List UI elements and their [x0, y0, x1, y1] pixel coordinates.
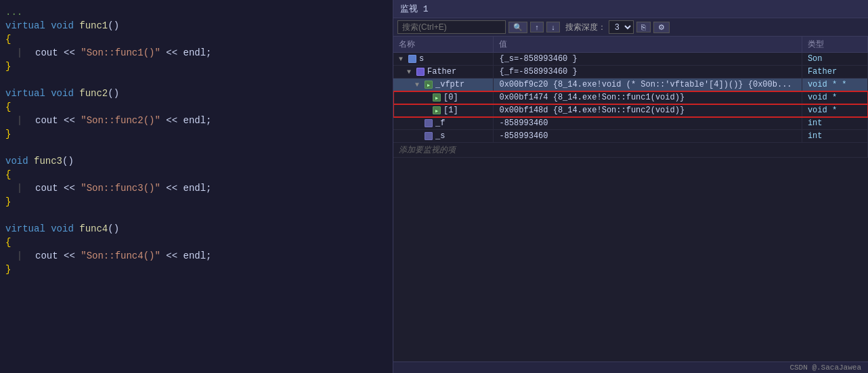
code-line: | cout << "Son::func1()" << endl;: [0, 46, 393, 60]
row-type: void * *: [802, 79, 867, 91]
cube-icon: [408, 55, 416, 63]
code-line: [0, 209, 393, 222]
watch-toolbar: 🔍 ↑ ↓ 搜索深度： 3 1 2 4 5 ⎘ ⚙: [393, 18, 868, 37]
row-name: Father: [427, 67, 456, 76]
code-editor: ... virtual void func1() { | cout << "So…: [0, 0, 393, 373]
expand-icon[interactable]: ▼: [407, 68, 414, 76]
code-line: }: [0, 127, 393, 141]
row-value: {_s=-858993460 }: [494, 53, 802, 66]
table-row[interactable]: _s -858993460 int: [393, 130, 868, 143]
row-name: [0]: [443, 93, 458, 102]
row-type: Son: [802, 53, 867, 66]
row-type: int: [802, 130, 867, 143]
code-line: virtual void func1(): [0, 19, 393, 32]
code-line: }: [0, 195, 393, 209]
footer-bar: CSDN @.SacaJawea: [393, 361, 868, 373]
watch-search-input[interactable]: [397, 20, 506, 34]
cube-icon: [425, 132, 433, 140]
row-value: 0x00bf1474 {8_14.exe!Son::func1(void)}: [494, 91, 802, 104]
table-header: 名称 值 类型: [393, 37, 868, 53]
row-type: void *: [802, 104, 867, 117]
cube-icon: [425, 119, 433, 127]
code-line: {: [0, 168, 393, 181]
arrow-up-button[interactable]: ↑: [530, 22, 544, 32]
row-name: _f: [435, 118, 445, 128]
row-value: {_f=-858993460 }: [494, 66, 802, 79]
footer-text: CSDN @.SacaJawea: [789, 364, 861, 372]
depth-label: 搜索深度：: [565, 22, 606, 33]
col-type: 类型: [802, 37, 867, 53]
code-line: }: [0, 263, 393, 276]
row-value: -858993460: [494, 117, 802, 130]
row-name: _s: [435, 131, 445, 141]
watch-table: 名称 值 类型 ▼ s {_s=-858993460 }: [393, 37, 868, 361]
code-line: [0, 73, 393, 87]
code-line: [0, 141, 393, 154]
row-type: Father: [802, 66, 867, 79]
add-watch-label[interactable]: 添加要监视的项: [393, 143, 868, 158]
code-line: ...: [0, 5, 393, 19]
row-value: 0x00bf9c20 {8_14.exe!void (* Son::'vftab…: [494, 79, 802, 91]
code-line: | cout << "Son::func4()" << endl;: [0, 249, 393, 263]
row-value: -858993460: [494, 130, 802, 143]
code-line: | cout << "Son::func2()" << endl;: [0, 114, 393, 127]
table-row[interactable]: _f -858993460 int: [393, 117, 868, 130]
table-row[interactable]: ▼ s {_s=-858993460 } Son: [393, 53, 868, 66]
search-icon[interactable]: 🔍: [508, 22, 527, 33]
expand-icon[interactable]: ▼: [399, 56, 406, 63]
row-value: 0x00bf148d {8_14.exe!Son::func2(void)}: [494, 104, 802, 117]
table-row[interactable]: ▼ ▶ _vfptr 0x00bf9c20 {8_14.exe!void (* …: [393, 79, 868, 91]
row-type: int: [802, 117, 867, 130]
col-name: 名称: [393, 37, 494, 53]
watch-panel-title: 监视 1: [393, 0, 868, 18]
watch-panel: 监视 1 🔍 ↑ ↓ 搜索深度： 3 1 2 4 5 ⎘ ⚙ 名称 值 类型: [393, 0, 868, 373]
ptr-icon: ▶: [433, 93, 441, 102]
expand-icon[interactable]: ▼: [415, 81, 422, 89]
add-watch-row[interactable]: 添加要监视的项: [393, 143, 868, 158]
code-line: {: [0, 236, 393, 249]
code-line: {: [0, 100, 393, 114]
ptr-icon: ▶: [433, 106, 441, 114]
code-line: virtual void func2(): [0, 87, 393, 100]
ptr-icon: ▶: [425, 81, 433, 89]
col-value: 值: [494, 37, 802, 53]
table-row[interactable]: ▶ [0] 0x00bf1474 {8_14.exe!Son::func1(vo…: [393, 91, 868, 104]
row-name: s: [419, 54, 424, 64]
row-name: _vfptr: [435, 80, 464, 89]
copy-button[interactable]: ⎘: [636, 22, 651, 32]
row-name: [1]: [443, 106, 458, 115]
depth-select[interactable]: 3 1 2 4 5: [609, 20, 634, 34]
settings-button[interactable]: ⚙: [653, 22, 670, 33]
code-line: void func3(): [0, 154, 393, 168]
code-line: {: [0, 32, 393, 46]
code-line: }: [0, 60, 393, 73]
arrow-down-button[interactable]: ↓: [546, 22, 560, 32]
table-row[interactable]: ▼ Father {_f=-858993460 } Father: [393, 66, 868, 79]
cube-icon: [416, 68, 425, 76]
table-row[interactable]: ▶ [1] 0x00bf148d {8_14.exe!Son::func2(vo…: [393, 104, 868, 117]
code-line: | cout << "Son::func3()" << endl;: [0, 181, 393, 195]
code-line: virtual void func4(): [0, 222, 393, 236]
row-type: void *: [802, 91, 867, 104]
